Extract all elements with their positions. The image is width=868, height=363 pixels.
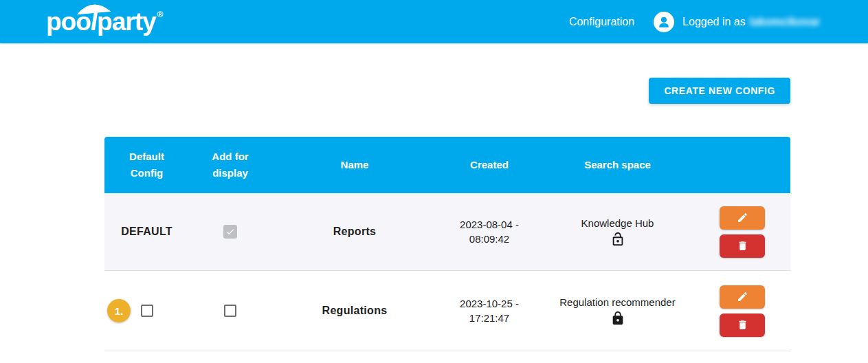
actions-cell <box>694 193 790 270</box>
created-cell: 2023-10-25 - 17:21:47 <box>438 271 541 351</box>
config-name-cell: Reports <box>271 193 438 270</box>
add-for-display-cell <box>189 271 271 351</box>
pencil-icon <box>737 291 748 302</box>
account-icon[interactable] <box>654 12 674 32</box>
logged-in-prefix: Logged in as <box>682 16 746 28</box>
actions-cell <box>694 271 790 351</box>
col-header-default-config: Default Config <box>104 137 189 193</box>
delete-button[interactable] <box>720 234 765 258</box>
config-name-cell: Regulations <box>271 271 438 351</box>
config-table: Default Config Add for display Name Crea… <box>104 137 790 362</box>
lock-icon <box>610 311 625 326</box>
poolparty-logo: poolparty ® <box>46 0 162 43</box>
add-for-display-checkbox[interactable] <box>224 305 236 317</box>
nav-configuration-link[interactable]: Configuration <box>569 16 634 28</box>
created-cell: 2023-08-04 - 08:09:42 <box>438 193 541 270</box>
create-new-config-button[interactable]: CREATE NEW CONFIG <box>649 78 790 104</box>
col-header-add-for-display: Add for display <box>189 137 271 193</box>
edit-button[interactable] <box>720 285 765 309</box>
check-icon <box>225 227 235 236</box>
col-header-created: Created <box>438 137 541 193</box>
add-for-display-checkbox <box>223 225 237 239</box>
table-row: 1. Regulations 2023-10-25 - 17:21:47 Reg… <box>104 270 790 351</box>
order-badge: 1. <box>107 299 131 322</box>
table-row: DEFAULT Reports 2023-08-04 - 08:09:42 Kn… <box>104 193 790 270</box>
delete-button[interactable] <box>720 314 765 337</box>
registered-mark: ® <box>157 0 163 36</box>
search-space-cell: Regulation recommender <box>541 271 694 351</box>
username: lakomcikovar <box>750 16 820 28</box>
col-header-search-space: Search space <box>541 137 694 193</box>
col-header-actions <box>694 137 790 193</box>
pencil-icon <box>737 212 748 223</box>
configuration-page: poolparty ® Configuration Logged in as l… <box>0 0 868 363</box>
col-header-name: Name <box>271 137 438 193</box>
search-space-cell: Knowledge Hub <box>541 193 694 270</box>
edit-button[interactable] <box>720 206 765 230</box>
trash-icon <box>737 319 748 331</box>
unlock-icon <box>610 232 625 247</box>
add-for-display-cell <box>189 193 271 270</box>
top-nav: Configuration Logged in as lakomcikovar <box>569 12 820 32</box>
top-bar: poolparty ® Configuration Logged in as l… <box>0 0 868 43</box>
default-config-cell: DEFAULT <box>104 193 189 270</box>
default-config-checkbox[interactable] <box>141 305 153 317</box>
table-header-row: Default Config Add for display Name Crea… <box>104 137 790 193</box>
table-row <box>104 351 790 362</box>
trash-icon <box>737 240 748 252</box>
logged-in-status: Logged in as lakomcikovar <box>682 16 820 28</box>
